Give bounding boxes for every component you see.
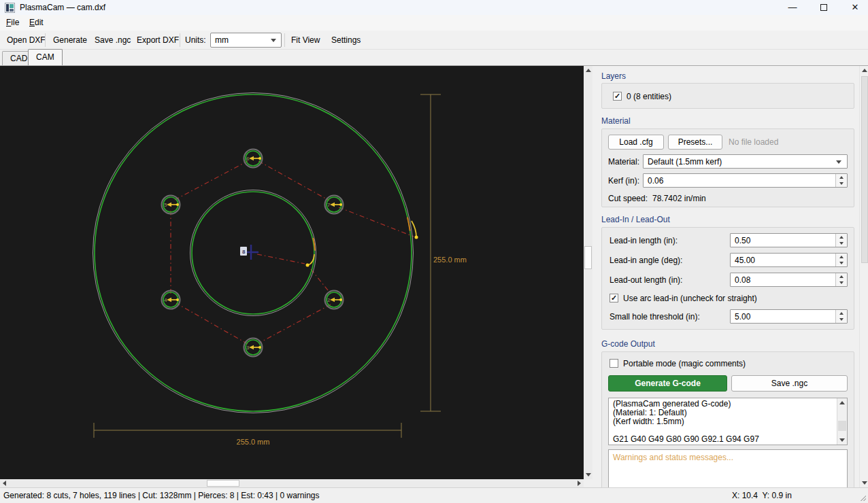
spinner-arrows[interactable] [835, 310, 847, 323]
save-ngc-button[interactable]: Save .ngc [92, 34, 133, 47]
settings-button[interactable]: Settings [329, 34, 363, 47]
open-dxf-button[interactable]: Open DXF [4, 34, 48, 47]
spinner-arrows[interactable] [835, 234, 847, 247]
svg-text:5: 5 [164, 202, 167, 208]
spin-up-icon [839, 236, 844, 239]
spinner-arrows[interactable] [835, 174, 847, 187]
small-hole-spinbox[interactable]: 5.00 [730, 309, 848, 324]
presets-button[interactable]: Presets... [668, 135, 722, 150]
scroll-down-button[interactable] [860, 479, 868, 487]
check-icon: ✓ [614, 92, 620, 100]
scroll-up-icon [862, 69, 867, 72]
gcode-section-title: G-code Output [601, 339, 655, 349]
fit-view-button[interactable]: Fit View [288, 34, 322, 47]
menu-file[interactable]: File [1, 16, 24, 29]
svg-text:2: 2 [327, 297, 331, 303]
spin-up-icon [839, 176, 844, 179]
kerf-label: Kerf (in): [608, 176, 639, 186]
cut-speed-value: 78.7402 in/min [652, 194, 706, 203]
status-bar: Generated: 8 cuts, 7 holes, 119 lines | … [0, 487, 868, 503]
svg-text:6: 6 [246, 156, 250, 162]
load-cfg-button[interactable]: Load .cfg [608, 135, 664, 150]
portable-mode-checkbox[interactable] [610, 359, 618, 368]
chevron-down-icon [271, 39, 276, 42]
scroll-right-button[interactable] [575, 479, 584, 487]
spin-down-icon [839, 281, 844, 284]
cut-speed-label: Cut speed: [608, 194, 648, 203]
scroll-up-button[interactable] [584, 66, 592, 75]
leadin-angle-label: Lead-in angle (deg): [610, 256, 682, 265]
maximize-button[interactable] [811, 0, 837, 15]
save-ngc-panel-button[interactable]: Save .ngc [731, 375, 848, 392]
generate-button[interactable]: Generate [50, 34, 90, 47]
spinner-arrows[interactable] [835, 254, 847, 266]
resize-grip-icon[interactable] [861, 496, 866, 501]
spin-down-icon [839, 318, 844, 321]
scroll-down-icon [839, 438, 845, 442]
menu-bar: File Edit [0, 15, 868, 31]
material-label: Material: [608, 157, 639, 167]
toolbar-separator [284, 33, 285, 47]
scroll-left-button[interactable] [0, 479, 9, 487]
canvas-vertical-scrollbar[interactable] [584, 66, 592, 479]
window-title: PlasmaCam — cam.dxf [20, 3, 105, 12]
layer-0-label: 0 (8 entities) [627, 92, 671, 101]
leadinout-group: Lead-in length (in): 0.50 Lead-in angle … [601, 227, 854, 330]
arc-leadin-label: Use arc lead-in (uncheck for straight) [623, 294, 757, 303]
kerf-spinbox[interactable]: 0.06 [643, 173, 848, 188]
leadout-length-label: Lead-out length (in): [610, 275, 682, 285]
scroll-up-icon [839, 401, 845, 404]
app-window: PlasmaCam — cam.dxf — ✕ File Edit Open D… [0, 0, 868, 503]
maximize-icon [820, 4, 827, 11]
scrollbar-thumb[interactable] [838, 421, 846, 431]
layer-0-checkbox[interactable]: ✓ [613, 92, 622, 101]
material-select[interactable]: Default (1.5mm kerf) [643, 154, 848, 169]
scroll-down-icon [586, 473, 591, 476]
scroll-down-icon [862, 481, 867, 485]
leadout-length-spinbox[interactable]: 0.08 [730, 273, 848, 287]
close-icon: ✕ [852, 2, 859, 12]
scrollbar-thumb[interactable] [861, 76, 868, 263]
warnings-textarea[interactable] [608, 449, 848, 487]
minimize-button[interactable]: — [780, 0, 805, 15]
cam-canvas-viewport[interactable]: 255.0 mm255.0 mm6723458 [0, 66, 584, 479]
minimize-icon: — [788, 2, 797, 12]
status-summary: Generated: 8 cuts, 7 holes, 119 lines | … [3, 488, 319, 503]
arc-leadin-checkbox[interactable]: ✓ [610, 294, 618, 302]
units-select[interactable]: mm [210, 33, 282, 48]
scrollbar-thumb[interactable] [584, 246, 592, 269]
scroll-left-icon [3, 481, 6, 486]
scrollbar-thumb[interactable] [207, 480, 239, 487]
portable-mode-label: Portable mode (magic comments) [623, 359, 746, 368]
canvas-horizontal-scrollbar[interactable] [0, 479, 584, 487]
export-dxf-button[interactable]: Export DXF [134, 34, 182, 47]
scroll-up-button[interactable] [860, 66, 868, 75]
small-hole-label: Small hole threshold (in): [610, 312, 700, 322]
spin-up-icon [839, 256, 844, 258]
scroll-up-icon [586, 69, 591, 72]
scroll-down-button[interactable] [837, 436, 847, 445]
no-file-loaded-label: No file loaded [729, 137, 778, 147]
svg-text:255.0 mm: 255.0 mm [433, 256, 467, 264]
gcode-preview[interactable]: (PlasmaCam generated G-code)(Material: 1… [608, 398, 848, 445]
layers-section-title: Layers [601, 71, 626, 81]
check-icon: ✓ [611, 294, 617, 302]
units-label: Units: [185, 34, 206, 47]
scroll-right-icon [578, 481, 581, 486]
spinner-arrows[interactable] [835, 273, 847, 286]
spin-up-icon [839, 275, 844, 278]
tab-cam[interactable]: CAM [28, 49, 63, 65]
leadin-length-spinbox[interactable]: 0.50 [730, 233, 848, 247]
menu-edit[interactable]: Edit [24, 16, 48, 29]
generate-gcode-button[interactable]: Generate G-code [608, 375, 727, 392]
toolbar-separator [180, 33, 180, 47]
material-group: Load .cfg Presets... No file loaded Mate… [601, 128, 854, 207]
svg-text:4: 4 [164, 297, 167, 303]
close-button[interactable]: ✕ [842, 0, 868, 15]
panel-scrollbar[interactable] [859, 66, 868, 487]
scroll-down-button[interactable] [584, 470, 592, 479]
scroll-up-button[interactable] [837, 398, 847, 407]
gcode-group: Portable mode (magic comments) Generate … [601, 351, 854, 487]
leadin-angle-spinbox[interactable]: 45.00 [730, 253, 848, 267]
gcode-preview-scrollbar[interactable] [837, 398, 847, 445]
